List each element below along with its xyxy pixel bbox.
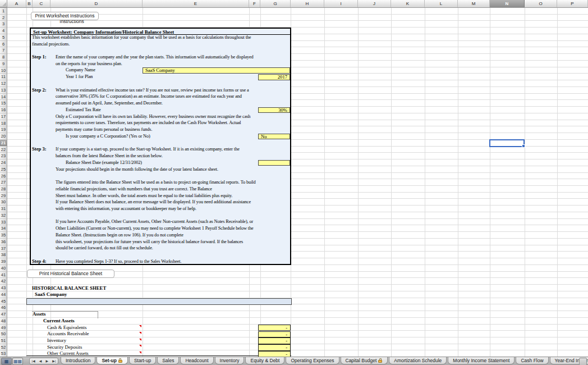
row-header-35[interactable]: 35 <box>0 232 7 239</box>
tab-monthly-income-statement[interactable]: Monthly Income Statement <box>448 357 514 364</box>
row-header-28[interactable]: 28 <box>0 186 7 193</box>
row-header-1[interactable]: 1 <box>0 8 7 15</box>
row-header-9[interactable]: 9 <box>0 61 7 67</box>
input-company-name[interactable]: SaaS Company <box>143 67 290 74</box>
row-header-33[interactable]: 33 <box>0 219 7 226</box>
row-header-19[interactable]: 19 <box>0 126 7 133</box>
tab-set-up[interactable]: Set-up <box>97 357 127 364</box>
column-header-A[interactable]: A <box>7 0 26 7</box>
input-year-1-for-plan[interactable]: 2017 <box>258 74 290 80</box>
tab-introduction[interactable]: Introduction <box>61 357 95 364</box>
row-header-10[interactable]: 10 <box>0 67 7 74</box>
row-header-39[interactable]: 39 <box>0 258 7 265</box>
row-header-48[interactable]: 48 <box>0 318 7 325</box>
row-header-18[interactable]: 18 <box>0 120 7 127</box>
row-header-30[interactable]: 30 <box>0 199 7 206</box>
tab-inventory[interactable]: Inventory <box>215 357 245 364</box>
row-header-13[interactable]: 13 <box>0 87 7 94</box>
tab-operating-expenses[interactable]: Operating Expenses <box>286 357 339 364</box>
last-sheet-icon[interactable]: ▶| <box>52 358 56 364</box>
column-header-M[interactable]: M <box>458 0 490 7</box>
print-worksheet-instructions-button[interactable]: Print Worksheet Instructions <box>31 12 99 20</box>
input-security-deposits[interactable]: - <box>258 344 291 351</box>
row-header-8[interactable]: 8 <box>0 54 7 61</box>
column-header-D[interactable]: D <box>50 0 143 7</box>
row-header-38[interactable]: 38 <box>0 252 7 258</box>
row-header-40[interactable]: 40 <box>0 265 7 272</box>
row-header-49[interactable]: 49 <box>0 325 7 331</box>
column-header-C[interactable]: C <box>33 0 50 7</box>
tab-equity-debt[interactable]: Equity & Debt <box>245 357 284 364</box>
row-header-44[interactable]: 44 <box>0 291 7 298</box>
row-header-11[interactable]: 11 <box>0 74 7 80</box>
tab-cash-flow[interactable]: Cash Flow <box>516 357 548 364</box>
input-cash-equivalents[interactable]: - <box>258 325 291 331</box>
row-header-41[interactable]: 41 <box>0 272 7 279</box>
page-layout-view-button[interactable]: ▦▦ <box>12 358 23 365</box>
row-header-27[interactable]: 27 <box>0 179 7 186</box>
row-header-16[interactable]: 16 <box>0 107 7 113</box>
row-header-29[interactable]: 29 <box>0 193 7 199</box>
column-header-H[interactable]: H <box>291 0 324 7</box>
row-header-3[interactable]: 3 <box>0 21 7 28</box>
row-header-22[interactable]: 22 <box>0 147 7 153</box>
column-header-G[interactable]: G <box>260 0 291 7</box>
row-header-12[interactable]: 12 <box>0 80 7 87</box>
column-header-O[interactable]: O <box>525 0 557 7</box>
row-header-37[interactable]: 37 <box>0 245 7 252</box>
row-header-42[interactable]: 42 <box>0 278 7 285</box>
tab-start-up[interactable]: Start-up <box>129 357 156 364</box>
normal-view-button[interactable]: ▦ <box>1 358 12 365</box>
row-header-5[interactable]: 5 <box>0 34 7 41</box>
row-header-2[interactable]: 2 <box>0 15 7 21</box>
row-header-21[interactable]: 21 <box>0 140 7 147</box>
tab-sales[interactable]: Sales <box>157 357 179 364</box>
column-header-I[interactable]: I <box>324 0 358 7</box>
row-header-43[interactable]: 43 <box>0 285 7 291</box>
row-header-36[interactable]: 36 <box>0 239 7 245</box>
next-sheet-icon[interactable]: ▶ <box>46 358 49 364</box>
input-estimated-tax-rate[interactable]: 30% <box>258 107 290 113</box>
tab-amortization-schedule[interactable]: Amortization Schedule <box>389 357 447 364</box>
column-header-N[interactable]: N <box>490 0 525 7</box>
selected-cell-N21[interactable] <box>489 139 525 147</box>
print-historical-balance-sheet-button[interactable]: Print Historical Balance Sheet <box>27 270 114 278</box>
row-header-23[interactable]: 23 <box>0 153 7 159</box>
input-accounts-receivable[interactable]: - <box>258 331 291 338</box>
prev-sheet-icon[interactable]: ◀ <box>39 358 42 364</box>
first-sheet-icon[interactable]: |◀ <box>32 358 35 364</box>
row-header-17[interactable]: 17 <box>0 113 7 120</box>
input-c-corporation[interactable]: No <box>258 134 290 140</box>
row-header-4[interactable]: 4 <box>0 28 7 34</box>
row-header-34[interactable]: 34 <box>0 225 7 232</box>
input-balance-sheet-date[interactable] <box>258 160 290 166</box>
column-header-P[interactable]: P <box>557 0 588 7</box>
row-header-20[interactable]: 20 <box>0 133 7 140</box>
column-header-B[interactable]: B <box>26 0 33 7</box>
column-header-J[interactable]: J <box>358 0 391 7</box>
select-all-corner[interactable] <box>0 0 7 7</box>
column-header-L[interactable]: L <box>425 0 458 7</box>
row-header-31[interactable]: 31 <box>0 206 7 212</box>
row-header-46[interactable]: 46 <box>0 304 7 311</box>
row-header-52[interactable]: 52 <box>0 344 7 351</box>
tab-headcount[interactable]: Headcount <box>180 357 213 364</box>
row-header-25[interactable]: 25 <box>0 166 7 173</box>
row-header-47[interactable]: 47 <box>0 311 7 318</box>
row-header-45[interactable]: 45 <box>0 298 7 305</box>
input-inventory[interactable]: - <box>258 337 291 344</box>
tab-capital-budget[interactable]: Capital Budget <box>341 357 388 364</box>
column-header-K[interactable]: K <box>391 0 425 7</box>
row-header-7[interactable]: 7 <box>0 47 7 54</box>
row-header-24[interactable]: 24 <box>0 159 7 166</box>
row-header-51[interactable]: 51 <box>0 337 7 344</box>
instruction-text: Is your company a C Corporation? (Yes or… <box>66 133 150 140</box>
row-header-6[interactable]: 6 <box>0 41 7 48</box>
row-header-26[interactable]: 26 <box>0 173 7 180</box>
row-header-14[interactable]: 14 <box>0 94 7 101</box>
column-header-E[interactable]: E <box>143 0 249 7</box>
row-header-50[interactable]: 50 <box>0 331 7 337</box>
column-header-F[interactable]: F <box>249 0 260 7</box>
row-header-32[interactable]: 32 <box>0 212 7 219</box>
row-header-15[interactable]: 15 <box>0 100 7 107</box>
